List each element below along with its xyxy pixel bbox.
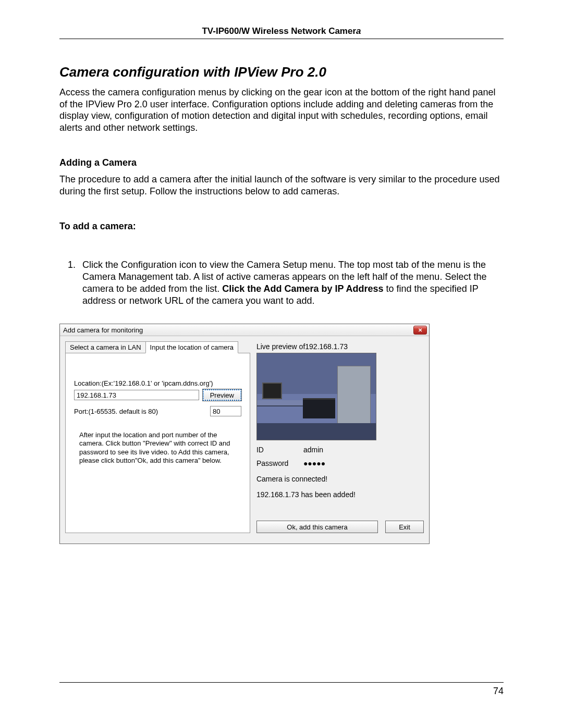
exit-button[interactable]: Exit — [385, 521, 424, 533]
step-1-bold: Click the Add Camera by IP Address — [222, 283, 383, 294]
location-label: Location:(Ex:'192.168.0.1' or 'ipcam.ddn… — [74, 379, 241, 387]
right-pane: Live preview of192.168.1.73 ID admin Pas… — [256, 341, 424, 533]
product-name: TV-IP600/W Wireless Network Camer — [202, 26, 356, 36]
page-number: 74 — [493, 686, 504, 696]
status-added: 192.168.1.73 has been added! — [256, 490, 424, 499]
preview-title: Live preview of192.168.1.73 — [256, 342, 424, 351]
tab-content: Location:(Ex:'192.168.0.1' or 'ipcam.ddn… — [65, 353, 250, 533]
tab-input-location[interactable]: Input the location of camera — [145, 341, 238, 353]
preview-image — [256, 353, 376, 440]
dialog-title: Add camera for monitoring — [63, 326, 143, 334]
intro-paragraph: Access the camera configuration menus by… — [59, 87, 504, 133]
add-camera-dialog: Add camera for monitoring ✕ Select a cam… — [59, 324, 430, 544]
status-connected: Camera is connected! — [256, 475, 424, 483]
dialog-title-bar: Add camera for monitoring ✕ — [60, 324, 429, 336]
port-label: Port:(1-65535. default is 80) — [74, 408, 207, 415]
section-title: Camera configuration with IPView Pro 2.0 — [59, 64, 504, 80]
tabs: Select a camera in LAN Input the locatio… — [65, 341, 250, 353]
port-input[interactable] — [210, 406, 241, 416]
left-pane: Select a camera in LAN Input the locatio… — [65, 341, 250, 533]
step-1: Click the Configuration icon to view the… — [78, 259, 504, 307]
page-footer: 74 — [59, 682, 504, 697]
password-label: Password — [256, 459, 303, 467]
id-label: ID — [256, 446, 303, 454]
close-icon[interactable]: ✕ — [413, 326, 427, 335]
adding-camera-body: The procedure to add a camera after the … — [59, 174, 504, 197]
to-add-heading: To add a camera: — [59, 221, 504, 232]
location-input[interactable] — [74, 390, 199, 400]
id-value: admin — [303, 446, 323, 454]
ok-add-camera-button[interactable]: Ok, add this camera — [256, 521, 378, 533]
step-list: Click the Configuration icon to view the… — [59, 259, 504, 307]
page-header: TV-IP600/W Wireless Network Camera — [59, 26, 504, 39]
tab-select-lan[interactable]: Select a camera in LAN — [65, 341, 146, 353]
hint-text: After input the location and port number… — [74, 431, 241, 465]
preview-button[interactable]: Preview — [203, 389, 241, 401]
password-value: ●●●●● — [303, 459, 325, 467]
product-name-suffix: a — [356, 26, 361, 36]
adding-camera-heading: Adding a Camera — [59, 157, 504, 168]
